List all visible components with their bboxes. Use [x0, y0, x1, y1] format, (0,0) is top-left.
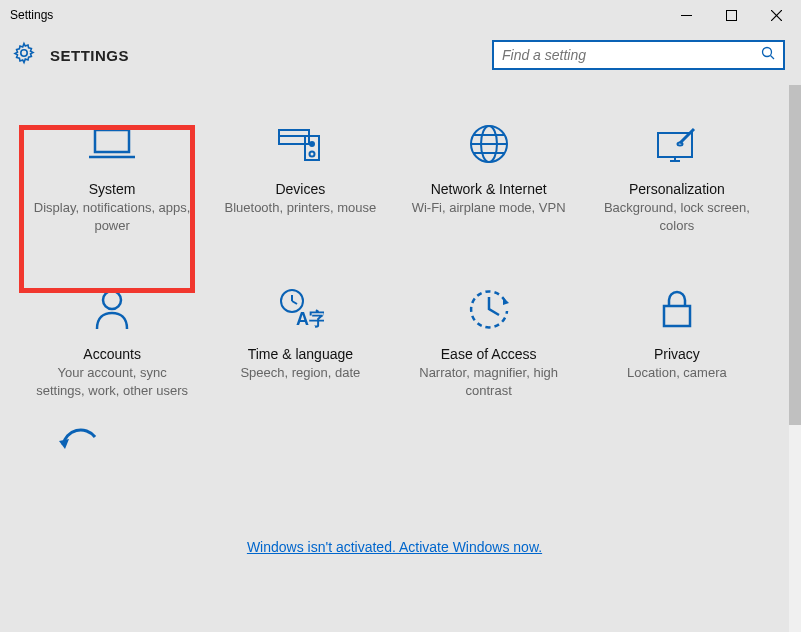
content-area: System Display, notifications, apps, pow… [0, 85, 789, 632]
svg-point-12 [310, 142, 314, 146]
search-input[interactable] [502, 47, 761, 63]
tile-ease-of-access[interactable]: Ease of Access Narrator, magnifier, high… [397, 280, 581, 405]
personalization-icon [652, 121, 702, 167]
tile-title: Ease of Access [441, 346, 537, 362]
window-controls [664, 0, 799, 30]
time-language-icon: A字 [276, 286, 324, 332]
activation-row: Windows isn't activated. Activate Window… [0, 499, 789, 575]
globe-icon [467, 121, 511, 167]
maximize-button[interactable] [709, 0, 754, 30]
tile-title: Accounts [83, 346, 141, 362]
tile-system[interactable]: System Display, notifications, apps, pow… [20, 115, 204, 240]
tile-subtitle: Speech, region, date [240, 364, 360, 382]
svg-rect-1 [727, 10, 737, 20]
laptop-icon [85, 121, 139, 167]
tile-subtitle: Display, notifications, apps, power [32, 199, 192, 234]
svg-point-13 [310, 152, 315, 157]
tile-title: Privacy [654, 346, 700, 362]
svg-line-26 [292, 301, 297, 304]
tiles-grid: System Display, notifications, apps, pow… [0, 85, 789, 415]
update-icon [55, 425, 105, 469]
gear-icon [12, 41, 36, 69]
svg-point-5 [763, 48, 772, 57]
tile-network[interactable]: Network & Internet Wi-Fi, airplane mode,… [397, 115, 581, 240]
window-titlebar: Settings [0, 0, 801, 30]
svg-point-4 [21, 50, 27, 56]
tile-subtitle: Background, lock screen, colors [597, 199, 757, 234]
person-icon [92, 286, 132, 332]
search-input-container[interactable] [492, 40, 785, 70]
lock-icon [658, 286, 696, 332]
header: SETTINGS [0, 30, 801, 80]
tile-personalization[interactable]: Personalization Background, lock screen,… [585, 115, 769, 240]
tile-title: System [89, 181, 136, 197]
activation-link[interactable]: Windows isn't activated. Activate Window… [247, 539, 542, 555]
page-title: SETTINGS [50, 47, 129, 64]
tile-subtitle: Wi-Fi, airplane mode, VPN [412, 199, 566, 217]
svg-point-22 [677, 143, 682, 146]
update-tile-partial[interactable] [0, 415, 789, 499]
tile-privacy[interactable]: Privacy Location, camera [585, 280, 769, 405]
tile-subtitle: Location, camera [627, 364, 727, 382]
window-title: Settings [10, 8, 53, 22]
tile-subtitle: Bluetooth, printers, mouse [225, 199, 377, 217]
tile-subtitle: Narrator, magnifier, high contrast [409, 364, 569, 399]
svg-marker-28 [503, 297, 509, 305]
tile-title: Network & Internet [431, 181, 547, 197]
svg-marker-30 [59, 439, 69, 449]
scrollbar-track[interactable] [789, 85, 801, 632]
tile-devices[interactable]: Devices Bluetooth, printers, mouse [208, 115, 392, 240]
search-icon[interactable] [761, 46, 775, 64]
tile-title: Personalization [629, 181, 725, 197]
header-left: SETTINGS [12, 41, 129, 69]
devices-icon [275, 121, 325, 167]
ease-of-access-icon [467, 286, 511, 332]
tile-accounts[interactable]: Accounts Your account, sync settings, wo… [20, 280, 204, 405]
tile-time-language[interactable]: A字 Time & language Speech, region, date [208, 280, 392, 405]
svg-point-23 [103, 291, 121, 309]
svg-rect-29 [664, 306, 690, 326]
scrollbar-thumb[interactable] [789, 85, 801, 425]
svg-rect-7 [95, 130, 129, 152]
svg-text:A字: A字 [296, 309, 324, 329]
close-button[interactable] [754, 0, 799, 30]
tile-title: Time & language [248, 346, 353, 362]
tile-title: Devices [275, 181, 325, 197]
svg-line-6 [771, 56, 775, 60]
tile-subtitle: Your account, sync settings, work, other… [32, 364, 192, 399]
minimize-button[interactable] [664, 0, 709, 30]
